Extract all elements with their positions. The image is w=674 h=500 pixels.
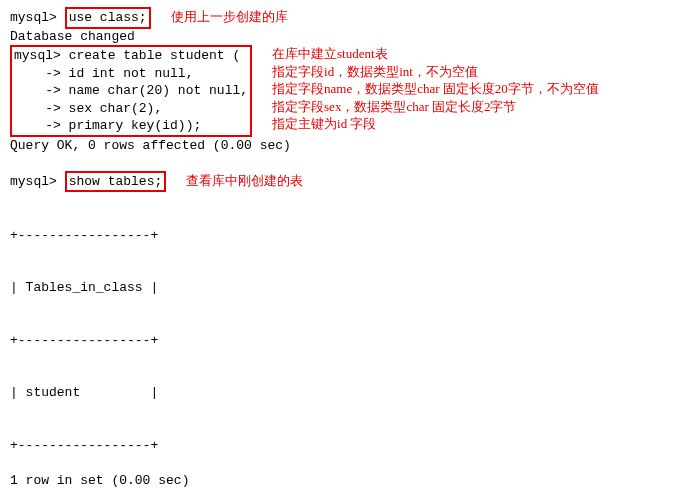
db-changed: Database changed — [10, 28, 664, 46]
cmd-use-class: mysql> use class;使用上一步创建的库 — [10, 8, 664, 28]
query-ok: Query OK, 0 rows affected (0.00 sec) — [10, 137, 664, 155]
annot-field-id: 指定字段id，数据类型int，不为空值 — [272, 63, 599, 81]
tables-output: +-----------------+ | Tables_in_class | … — [10, 191, 664, 472]
tables-footer: 1 row in set (0.00 sec) — [10, 472, 664, 490]
cmd-show-tables: mysql> show tables;查看库中刚创建的表 — [10, 172, 664, 192]
prompt: mysql> — [10, 10, 57, 25]
boxed-use-class: use class; — [65, 7, 151, 29]
annot-field-pk: 指定主键为id 字段 — [272, 115, 599, 133]
boxed-show-tables: show tables; — [65, 171, 167, 193]
annot-show-tables: 查看库中刚创建的表 — [186, 173, 303, 188]
create-table-block: mysql> create table student ( -> id int … — [10, 45, 664, 137]
annot-field-name: 指定字段name，数据类型char 固定长度20字节，不为空值 — [272, 80, 599, 98]
annot-create-header: 在库中建立student表 — [272, 45, 599, 63]
annot-field-sex: 指定字段sex，数据类型char 固定长度2字节 — [272, 98, 599, 116]
boxed-create-table: mysql> create table student ( -> id int … — [10, 45, 252, 137]
annot-use-db: 使用上一步创建的库 — [171, 9, 288, 24]
